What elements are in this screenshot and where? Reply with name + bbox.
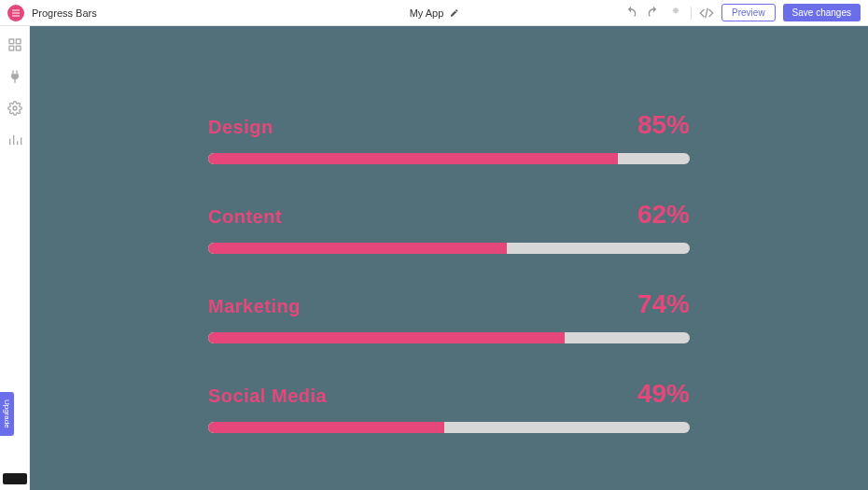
- left-sidebar: Upgrade: [0, 26, 30, 490]
- progress-bar-percent: 62%: [637, 200, 690, 230]
- progress-bar-percent: 85%: [637, 110, 690, 140]
- footer-badge[interactable]: [3, 473, 27, 484]
- app-title: My App: [410, 7, 444, 19]
- app-logo[interactable]: [7, 5, 24, 21]
- progress-bar-track: [208, 422, 690, 433]
- breadcrumb[interactable]: Progress Bars: [32, 7, 97, 19]
- svg-rect-2: [9, 46, 14, 50]
- gear-icon[interactable]: [7, 101, 22, 116]
- progress-bar-fill: [208, 243, 507, 254]
- save-button[interactable]: Save changes: [783, 4, 861, 21]
- progress-bars-container: Design 85% Content 62% Marketing: [208, 110, 690, 433]
- plug-icon[interactable]: [7, 69, 22, 84]
- top-toolbar: Progress Bars My App Preview Save change…: [0, 0, 868, 26]
- progress-bar-design[interactable]: Design 85%: [208, 110, 690, 164]
- toolbar-right: Preview Save changes: [623, 4, 861, 21]
- progress-bar-label: Social Media: [208, 385, 327, 407]
- progress-bar-percent: 74%: [637, 289, 690, 319]
- progress-bar-content[interactable]: Content 62%: [208, 200, 690, 254]
- svg-rect-1: [16, 39, 21, 44]
- settings-arrow-icon[interactable]: [668, 6, 683, 21]
- progress-bar-label: Marketing: [208, 296, 301, 317]
- canvas-area[interactable]: Design 85% Content 62% Marketing: [30, 26, 868, 490]
- progress-bar-fill: [208, 332, 565, 343]
- toolbar-divider: [691, 7, 692, 20]
- progress-bar-track: [208, 153, 690, 164]
- code-icon[interactable]: [699, 6, 714, 21]
- svg-rect-0: [9, 39, 14, 44]
- svg-point-4: [13, 106, 17, 110]
- progress-bar-fill: [208, 422, 444, 433]
- progress-bar-track: [208, 243, 690, 254]
- progress-bar-label: Design: [208, 117, 273, 138]
- progress-bar-social-media[interactable]: Social Media 49%: [208, 379, 690, 433]
- redo-icon[interactable]: [646, 6, 661, 21]
- grid-icon[interactable]: [7, 37, 22, 52]
- edit-title-icon: [449, 8, 458, 18]
- svg-rect-3: [16, 46, 21, 50]
- progress-bar-track: [208, 332, 690, 343]
- undo-icon[interactable]: [623, 6, 638, 21]
- progress-bar-label: Content: [208, 206, 282, 228]
- upgrade-button[interactable]: Upgrade: [0, 392, 14, 436]
- preview-button[interactable]: Preview: [721, 4, 776, 21]
- progress-bar-marketing[interactable]: Marketing 74%: [208, 289, 690, 343]
- progress-bar-percent: 49%: [637, 379, 690, 409]
- app-title-wrap[interactable]: My App: [410, 7, 459, 19]
- analytics-icon[interactable]: [7, 133, 22, 147]
- progress-bar-fill: [208, 153, 618, 164]
